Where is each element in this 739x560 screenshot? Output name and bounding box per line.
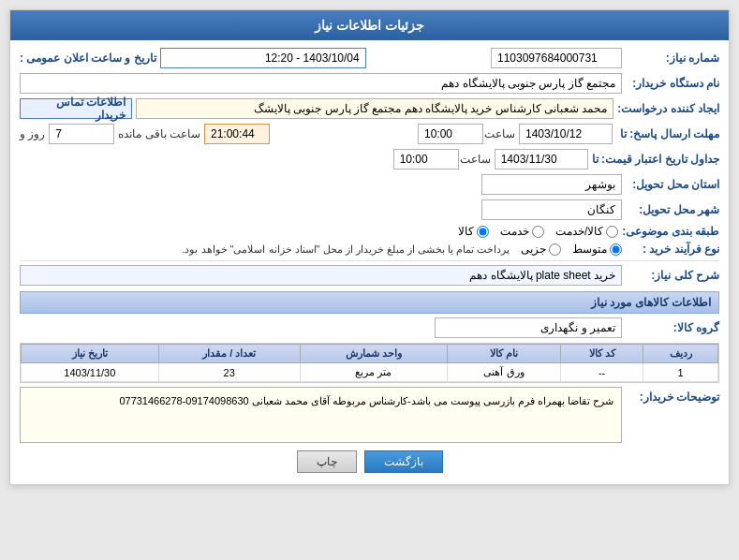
shahr-value: کنگان — [481, 199, 622, 220]
nave-jozi: جزیی — [521, 243, 561, 256]
th-radif: ردیف — [643, 345, 718, 363]
saat-label1: ساعت — [487, 127, 515, 140]
group-kala-label: گروه کالا: — [626, 321, 719, 334]
tabaghe-kala-label: کالا — [458, 225, 474, 238]
tabaghe-khedmat-label: خدمت — [500, 225, 529, 238]
saat-remaining-label: ساعت باقی مانده — [118, 127, 200, 140]
ijad-konande-value: محمد شعبانی کارشناس خرید پالایشگاه دهم م… — [136, 98, 613, 119]
print-button[interactable]: چاپ — [297, 450, 357, 473]
tabaghe-khedmat: خدمت — [500, 225, 544, 238]
kala-table-container: ردیف کد کالا نام کالا واحد شمارش تعداد /… — [20, 343, 719, 383]
ostan-label: استان محل تحویل: — [626, 178, 719, 191]
th-tarikh: تاریخ نیاز — [22, 345, 159, 363]
tabaghe-kala: کالا — [458, 225, 489, 238]
nam-dastgah-label: نام دستگاه خریدار: — [626, 77, 719, 90]
nave-farayand-row: نوع فرآیند خرید : متوسط جزیی پرداخت تمام… — [20, 243, 719, 256]
tabaghe-kala-khidmat-radio[interactable] — [606, 226, 618, 238]
mohlat-ersaal-row: مهلت ارسال پاسخ: تا 1403/10/12 ساعت 10:0… — [20, 124, 719, 144]
ettelaat-tamas-label: اطلاعات تماس خریدار — [26, 96, 126, 122]
tozihaat-value: شرح تقاضا بهمراه فرم بازرسی پیوست می باش… — [20, 387, 622, 443]
divider1 — [20, 260, 719, 261]
shomare-niaz-label: شماره نیاز: — [626, 52, 719, 65]
ostan-row: استان محل تحویل: بوشهر — [20, 174, 719, 195]
shahr-row: شهر محل تحویل: کنگان — [20, 199, 719, 220]
nave-farayand-options: متوسط جزیی — [521, 243, 622, 256]
td-tedad: 23 — [158, 363, 300, 382]
shomare-niaz-value: 1103097684000731 — [491, 48, 622, 68]
back-button[interactable]: بازگشت — [364, 450, 443, 473]
nave-jozi-label: جزیی — [521, 243, 546, 256]
sharh-label: شرح کلی نیاز: — [626, 269, 719, 282]
ostan-value: بوشهر — [481, 174, 622, 195]
rooz-label: روز و — [20, 127, 45, 140]
nam-dastgah-row: نام دستگاه خریدار: مجتمع گاز پارس جنوبی … — [20, 73, 719, 94]
tabaghe-kala-khidmat: کالا/خدمت — [555, 225, 618, 238]
td-radif: 1 — [643, 363, 718, 382]
date2-field: 1403/11/30 — [495, 149, 588, 169]
th-vahed: واحد شمارش — [300, 345, 447, 363]
sharh-value: خرید plate sheet پالایشگاه دهم — [20, 265, 622, 286]
th-kod: کد کالا — [560, 345, 643, 363]
tabaghe-khedmat-radio[interactable] — [532, 226, 544, 238]
th-nam: نام کالا — [448, 345, 561, 363]
tabaghe-kala-khidmat-label: کالا/خدمت — [555, 225, 603, 238]
main-container: جزئیات اطلاعات نیاز شماره نیاز: 11030976… — [9, 9, 730, 485]
button-row: بازگشت چاپ — [20, 450, 719, 473]
saat1-field: 10:00 — [418, 124, 483, 144]
content-area: شماره نیاز: 1103097684000731 1403/10/04 … — [10, 40, 729, 484]
sharh-row: شرح کلی نیاز: خرید plate sheet پالایشگاه… — [20, 265, 719, 286]
tarikh-saat-label: تاریخ و ساعت اعلان عمومی : — [20, 52, 156, 65]
tozihaat-label: توضیحات خریدار: — [626, 387, 719, 404]
nave-farayand-label: نوع فرآیند خرید : — [626, 243, 719, 256]
ettelaat-kala-header: اطلاعات کالاهای مورد نیاز — [20, 291, 719, 314]
group-kala-row: گروه کالا: تعمیر و نگهداری — [20, 317, 719, 338]
nave-jozi-radio[interactable] — [549, 243, 561, 256]
tabaghe-options: کالا/خدمت خدمت کالا — [458, 225, 618, 238]
td-vahed: متر مربع — [300, 363, 447, 382]
saat2-field: 10:00 — [393, 149, 459, 169]
nam-dastgah-value: مجتمع گاز پارس جنوبی پالایشگاه دهم — [20, 73, 622, 94]
group-kala-value: تعمیر و نگهداری — [435, 317, 622, 338]
saat-remaining-value: 21:00:44 — [204, 124, 270, 144]
td-tarikh: 1403/11/30 — [22, 363, 159, 382]
tozihaat-row: توضیحات خریدار: شرح تقاضا بهمراه فرم باز… — [20, 387, 719, 443]
nave-motevaset-label: متوسط — [572, 243, 607, 256]
date1-field: 1403/10/12 — [519, 124, 613, 144]
page-title: جزئیات اطلاعات نیاز — [10, 10, 729, 40]
tabaghe-row: طبقه بندی موضوعی: کالا/خدمت خدمت کالا — [20, 225, 719, 238]
jadaval-label: جداول تاریخ اعتبار قیمت: تا — [592, 153, 719, 166]
saat-label2: ساعت — [463, 153, 491, 166]
tarikh-saat-value: 1403/10/04 - 12:20 — [265, 52, 360, 65]
shahr-label: شهر محل تحویل: — [626, 203, 719, 216]
tabaghe-kala-radio[interactable] — [477, 226, 489, 238]
nave-motevaset: متوسط — [572, 243, 622, 256]
ijad-konande-text: محمد شعبانی کارشناس خرید پالایشگاه دهم م… — [254, 102, 607, 115]
table-row: 1 -- ورق آهنی متر مربع 23 1403/11/30 — [22, 363, 718, 382]
td-nam: ورق آهنی — [448, 363, 561, 382]
shomare-niaz-row: شماره نیاز: 1103097684000731 1403/10/04 … — [20, 48, 719, 68]
tarikh-saaat-elan: 1403/10/04 - 12:20 — [160, 48, 366, 68]
th-tedad: تعداد / مقدار — [158, 345, 300, 363]
mohlat-label: مهلت ارسال پاسخ: تا — [616, 127, 719, 140]
rooz-value: 7 — [49, 124, 114, 144]
ijad-konande-label: ایجاد کننده درخواست: — [617, 102, 719, 115]
jadaval-row: جداول تاریخ اعتبار قیمت: تا 1403/11/30 س… — [20, 149, 719, 169]
kala-table: ردیف کد کالا نام کالا واحد شمارش تعداد /… — [21, 344, 718, 382]
nave-farayand-note: پرداخت تمام یا بخشی از مبلغ خریدار از مح… — [20, 243, 517, 256]
table-header-row: ردیف کد کالا نام کالا واحد شمارش تعداد /… — [22, 345, 718, 363]
tabaghe-label: طبقه بندی موضوعی: — [622, 225, 719, 238]
ettelaat-tamas-button[interactable]: اطلاعات تماس خریدار — [20, 98, 132, 119]
ijad-konande-row: ایجاد کننده درخواست: محمد شعبانی کارشناس… — [20, 98, 719, 119]
td-kod: -- — [560, 363, 643, 382]
nave-motevaset-radio[interactable] — [610, 243, 622, 256]
